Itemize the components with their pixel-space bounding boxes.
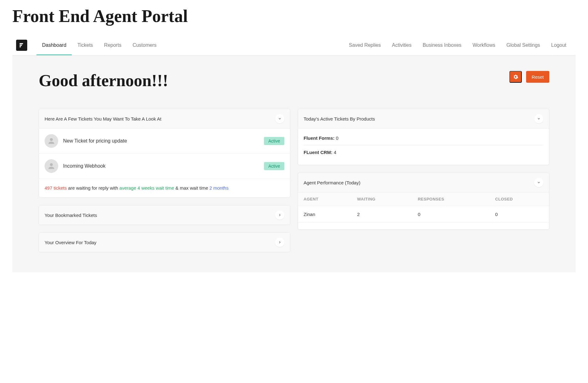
header-actions: Reset (509, 71, 549, 83)
cell-responses: 0 (412, 206, 490, 223)
logo-icon (19, 42, 25, 48)
product-value: 0 (336, 135, 338, 141)
th-waiting: WAITING (352, 192, 412, 206)
performance-card: Agent Performance (Today) AGENT WAITING … (298, 173, 549, 230)
products-card: Today's Active Tickets By Products Fluen… (298, 109, 549, 165)
nav-left: Dashboard Tickets Reports Customers (37, 36, 162, 55)
ticket-row[interactable]: Incoming Webhook Active (39, 154, 290, 179)
ticket-title: Incoming Webhook (63, 163, 106, 169)
product-list: Fluent Forms: 0 FLuent CRM: 4 (298, 129, 549, 165)
wait-summary: 497 tickets are waiting for reply with a… (39, 179, 290, 197)
nav-business-inboxes[interactable]: Business Inboxes (417, 36, 467, 55)
nav-logout[interactable]: Logout (546, 36, 572, 55)
nav-right: Saved Replies Activities Business Inboxe… (343, 36, 572, 55)
expand-toggle[interactable] (275, 238, 284, 247)
chevron-right-icon (278, 240, 282, 244)
th-agent: AGENT (298, 192, 352, 206)
ticket-row[interactable]: New Ticket for pricing update Active (39, 129, 290, 154)
products-header: Today's Active Tickets By Products (298, 109, 549, 129)
columns: Here Are A Few Tickets You May Want To T… (39, 109, 549, 252)
table-spacer (298, 223, 549, 230)
wait-count: 497 tickets (45, 185, 67, 191)
chevron-down-icon (537, 181, 541, 184)
collapse-toggle[interactable] (275, 114, 284, 123)
nav-workflows[interactable]: Workflows (467, 36, 501, 55)
th-responses: RESPONSES (412, 192, 490, 206)
user-icon (47, 137, 56, 145)
overview-header: Your Overview For Today (39, 233, 290, 252)
ticket-title: New Ticket for pricing update (63, 138, 127, 144)
nav-saved-replies[interactable]: Saved Replies (343, 36, 386, 55)
product-value: 4 (334, 150, 336, 155)
th-closed: CLOSED (490, 192, 549, 206)
gear-icon (513, 74, 518, 80)
cell-agent: Zinan (298, 206, 352, 223)
nav-activities[interactable]: Activities (387, 36, 417, 55)
content-header: Good afternoon!!! Reset (39, 71, 549, 90)
main-container: Dashboard Tickets Reports Customers Save… (12, 35, 576, 272)
product-row: FLuent CRM: 4 (304, 145, 543, 159)
performance-title: Agent Performance (Today) (304, 180, 360, 185)
tickets-look-header: Here Are A Few Tickets You May Want To T… (39, 109, 290, 129)
expand-toggle[interactable] (275, 210, 284, 220)
app-logo[interactable] (16, 40, 27, 51)
left-column: Here Are A Few Tickets You May Want To T… (39, 109, 290, 252)
settings-button[interactable] (509, 71, 522, 83)
tickets-look-card: Here Are A Few Tickets You May Want To T… (39, 109, 290, 198)
chevron-down-icon (537, 117, 541, 121)
nav-reports[interactable]: Reports (98, 36, 127, 55)
wait-text: & max wait time (174, 185, 210, 191)
tickets-look-title: Here Are A Few Tickets You May Want To T… (45, 116, 161, 121)
reset-button[interactable]: Reset (526, 71, 549, 83)
product-name: Fluent Forms: (304, 135, 335, 141)
cell-closed: 0 (490, 206, 549, 223)
avatar (45, 159, 58, 173)
performance-table: AGENT WAITING RESPONSES CLOSED Zinan 2 0 (298, 192, 549, 230)
products-title: Today's Active Tickets By Products (304, 116, 375, 121)
page-title: Front End Agent Portal (0, 0, 588, 35)
status-badge: Active (264, 162, 284, 170)
bookmarked-card: Your Bookmarked Tickets (39, 205, 290, 225)
overview-card: Your Overview For Today (39, 232, 290, 252)
user-icon (47, 162, 56, 170)
collapse-toggle[interactable] (534, 178, 543, 187)
wait-text: are waiting for reply with (67, 185, 119, 191)
chevron-down-icon (278, 117, 282, 121)
nav-global-settings[interactable]: Global Settings (501, 36, 546, 55)
right-column: Today's Active Tickets By Products Fluen… (298, 109, 549, 252)
product-name: FLuent CRM: (304, 150, 332, 155)
nav-tickets[interactable]: Tickets (72, 36, 98, 55)
bookmarked-title: Your Bookmarked Tickets (45, 213, 97, 218)
product-row: Fluent Forms: 0 (304, 131, 543, 145)
wait-max: 2 months (210, 185, 229, 191)
avatar (45, 134, 58, 148)
wait-avg: average 4 weeks wait time (119, 185, 174, 191)
collapse-toggle[interactable] (534, 114, 543, 123)
greeting: Good afternoon!!! (39, 71, 168, 90)
performance-header: Agent Performance (Today) (298, 173, 549, 192)
overview-title: Your Overview For Today (45, 240, 97, 245)
nav-dashboard[interactable]: Dashboard (37, 36, 72, 55)
status-badge: Active (264, 137, 284, 145)
content-area: Good afternoon!!! Reset Here Are A Few T… (12, 55, 576, 272)
cell-waiting: 2 (352, 206, 412, 223)
navbar: Dashboard Tickets Reports Customers Save… (12, 35, 576, 55)
chevron-right-icon (278, 213, 282, 217)
bookmarked-header: Your Bookmarked Tickets (39, 205, 290, 225)
table-row: Zinan 2 0 0 (298, 206, 549, 223)
nav-customers[interactable]: Customers (127, 36, 162, 55)
